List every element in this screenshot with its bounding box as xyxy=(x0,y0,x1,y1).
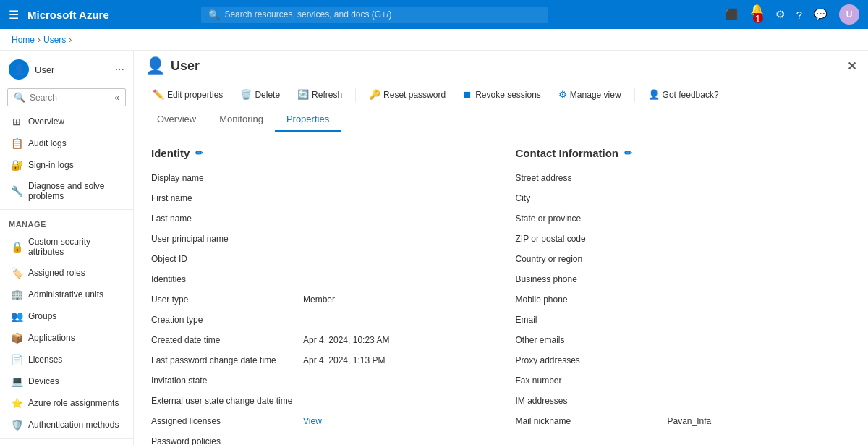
property-row: Country or region xyxy=(516,250,851,271)
revoke-sessions-icon: ⏹ xyxy=(463,89,472,100)
sidebar-item-auth-methods[interactable]: 🛡️ Authentication methods xyxy=(0,414,133,436)
sidebar-item-custom-security[interactable]: 🔒 Custom security attributes xyxy=(0,232,133,262)
sidebar-item-applications[interactable]: 📦 Applications xyxy=(0,327,133,349)
sidebar-item-label: Groups xyxy=(28,311,56,321)
sidebar-user-icon: 👤 xyxy=(9,59,29,80)
properties-content: Identity ✏ Display name First name Last … xyxy=(134,132,868,445)
sidebar-search-input[interactable] xyxy=(30,93,110,103)
search-icon: 🔍 xyxy=(208,9,220,20)
sidebar-item-assigned-roles[interactable]: 🏷️ Assigned roles xyxy=(0,262,133,284)
sidebar-item-label: Custom security attributes xyxy=(28,237,124,257)
property-row-mail-nickname: Mail nickname Pavan_Infa xyxy=(516,412,851,433)
sidebar-item-label: Administrative units xyxy=(28,289,103,300)
identity-edit-icon[interactable]: ✏ xyxy=(195,148,203,158)
diagnose-icon: 🔧 xyxy=(11,185,22,197)
property-row: State or province xyxy=(516,210,851,230)
content-right: Contact Information ✏ Street address Cit… xyxy=(516,147,851,431)
edit-properties-button[interactable]: ✏️ Edit properties xyxy=(145,85,230,103)
property-row: ZIP or postal code xyxy=(516,230,851,250)
custom-security-icon: 🔒 xyxy=(11,241,22,253)
settings-icon[interactable]: ⚙ xyxy=(775,8,785,21)
panel-title: 👤 User ✕ xyxy=(145,56,856,81)
sign-in-logs-icon: 🔐 xyxy=(11,159,22,171)
refresh-button[interactable]: 🔄 Refresh xyxy=(290,85,349,103)
applications-icon: 📦 xyxy=(11,332,22,344)
troubleshoot-section-label: Troubleshooting + Support xyxy=(0,442,133,445)
overview-icon: ⊞ xyxy=(11,116,22,127)
sidebar-item-label: Devices xyxy=(28,376,59,386)
terminal-icon[interactable]: ⬛ xyxy=(725,8,739,21)
layout: 👤 User ··· 🔍 « ⊞ Overview 📋 Audit logs 🔐… xyxy=(0,51,868,445)
sidebar-item-groups[interactable]: 👥 Groups xyxy=(0,305,133,327)
groups-icon: 👥 xyxy=(11,310,22,322)
sidebar-item-licenses[interactable]: 📄 Licenses xyxy=(0,349,133,370)
sidebar-user-label: User xyxy=(35,64,54,75)
sidebar-item-label: Overview xyxy=(28,116,64,127)
sidebar-item-devices[interactable]: 💻 Devices xyxy=(0,370,133,392)
sidebar-item-admin-units[interactable]: 🏢 Administrative units xyxy=(0,284,133,305)
sidebar-item-label: Applications xyxy=(28,333,75,343)
property-row-created: Created date time Apr 4, 2024, 10:23 AM xyxy=(151,331,487,352)
revoke-sessions-button[interactable]: ⏹ Revoke sessions xyxy=(456,85,548,103)
sidebar-item-label: Authentication methods xyxy=(28,420,119,430)
auth-methods-icon: 🛡️ xyxy=(11,419,22,431)
feedback-button[interactable]: 👤 Got feedback? xyxy=(641,85,726,103)
sidebar-search[interactable]: 🔍 « xyxy=(7,88,126,106)
manage-section-label: Manage xyxy=(0,213,133,232)
sidebar-item-sign-in-logs[interactable]: 🔐 Sign-in logs xyxy=(0,154,133,176)
avatar[interactable]: U xyxy=(839,4,859,25)
property-row: IM addresses xyxy=(516,392,851,412)
main-panel: 👤 User ✕ ✏️ Edit properties 🗑️ Delete 🔄 … xyxy=(134,51,868,445)
help-icon[interactable]: ? xyxy=(796,9,802,21)
page-title: 👤 User xyxy=(145,56,200,75)
feedback-icon: 👤 xyxy=(648,89,660,100)
breadcrumb-users[interactable]: Users xyxy=(43,35,66,45)
search-input[interactable] xyxy=(224,9,541,20)
refresh-icon: 🔄 xyxy=(297,89,309,100)
tab-monitoring[interactable]: Monitoring xyxy=(208,108,275,132)
notifications-icon[interactable]: 🔔 1 xyxy=(750,3,764,26)
property-row: Mobile phone xyxy=(516,291,851,311)
identity-properties: Display name First name Last name User p… xyxy=(151,169,487,445)
feedback-icon[interactable]: 💬 xyxy=(814,8,827,21)
edit-icon: ✏️ xyxy=(153,89,164,100)
sidebar-item-diagnose[interactable]: 🔧 Diagnose and solve problems xyxy=(0,176,133,206)
property-row: Display name xyxy=(151,169,487,190)
contact-section-title: Contact Information ✏ xyxy=(516,147,851,159)
property-row: Creation type xyxy=(151,311,487,331)
top-navigation: ☰ Microsoft Azure 🔍 ⬛ 🔔 1 ⚙ ? 💬 U xyxy=(0,0,868,29)
global-search[interactable]: 🔍 xyxy=(201,7,548,23)
tab-overview[interactable]: Overview xyxy=(145,108,208,132)
assigned-licenses-link[interactable]: View xyxy=(303,416,322,426)
sidebar-item-overview[interactable]: ⊞ Overview xyxy=(0,111,133,132)
delete-button[interactable]: 🗑️ Delete xyxy=(233,85,287,103)
property-row: Identities xyxy=(151,271,487,291)
manage-view-button[interactable]: ⚙ Manage view xyxy=(551,85,629,103)
contact-edit-icon[interactable]: ✏ xyxy=(624,148,632,158)
sidebar-item-label: Licenses xyxy=(28,355,62,365)
property-row: Email xyxy=(516,311,851,331)
property-row: Street address xyxy=(516,169,851,190)
breadcrumb-home[interactable]: Home xyxy=(12,35,35,45)
property-row: Last name xyxy=(151,210,487,230)
sidebar-item-label: Sign-in logs xyxy=(28,160,74,170)
property-row: Business phone xyxy=(516,271,851,291)
manage-view-icon: ⚙ xyxy=(558,89,567,100)
property-row: External user state change date time xyxy=(151,392,487,412)
azure-role-icon: ⭐ xyxy=(11,397,22,409)
sidebar-nav: ⊞ Overview 📋 Audit logs 🔐 Sign-in logs 🔧… xyxy=(0,111,133,445)
close-button[interactable]: ✕ xyxy=(847,59,856,73)
property-row: First name xyxy=(151,190,487,210)
hamburger-menu[interactable]: ☰ xyxy=(9,8,19,22)
user-icon: 👤 xyxy=(145,56,165,75)
reset-password-icon: 🔑 xyxy=(369,89,380,100)
tab-properties[interactable]: Properties xyxy=(275,108,341,132)
sidebar-item-azure-role[interactable]: ⭐ Azure role assignments xyxy=(0,392,133,414)
reset-password-button[interactable]: 🔑 Reset password xyxy=(362,85,453,103)
sidebar-item-audit-logs[interactable]: 📋 Audit logs xyxy=(0,132,133,154)
notification-badge: 1 xyxy=(753,13,763,23)
property-row-last-password: Last password change date time Apr 4, 20… xyxy=(151,352,487,372)
sidebar-more-button[interactable]: ··· xyxy=(115,63,124,76)
sidebar-collapse-icon[interactable]: « xyxy=(114,93,119,103)
sidebar-item-label: Audit logs xyxy=(28,138,67,148)
